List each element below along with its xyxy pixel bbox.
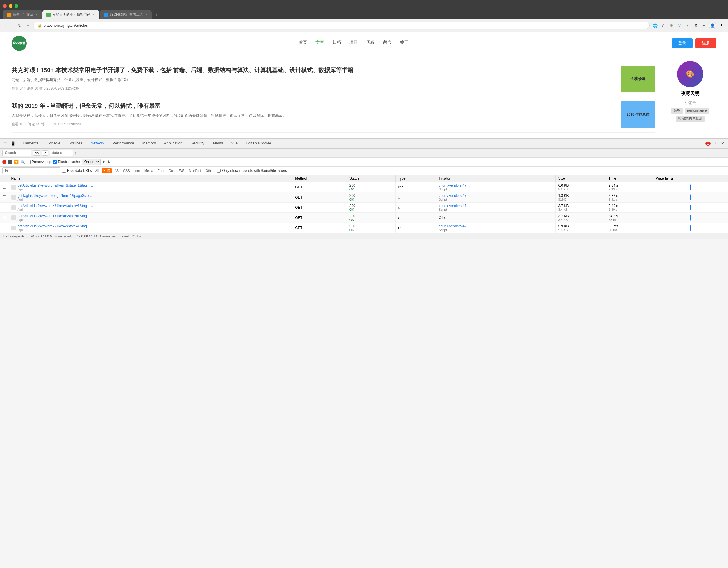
row-name[interactable]: getTagList?keyword=&pageNum=1&pageSize=1… (18, 193, 93, 198)
browser-tab-3[interactable]: JSON格式化查看工具 ✕ (100, 10, 152, 19)
row-checkbox-cell[interactable] (0, 182, 9, 192)
throttling-select[interactable]: Online (82, 159, 101, 165)
translate-icon[interactable]: 🌐 (652, 22, 658, 29)
tag-performance[interactable]: performance (685, 108, 709, 114)
same-site-label[interactable]: Only show requests with SameSite issues (217, 168, 287, 173)
col-header-initiator[interactable]: Initiator (436, 175, 556, 182)
tab-performance[interactable]: Performance (108, 139, 138, 148)
tag-licai[interactable]: 理财 (671, 108, 683, 114)
nav-item-comments[interactable]: 留言 (383, 40, 392, 47)
disable-cache-label[interactable]: Disable cache (53, 160, 80, 164)
case-sensitive-button[interactable]: Aa (33, 150, 40, 155)
inspect-icon[interactable]: ⬚ (2, 140, 9, 147)
forward-button[interactable]: › (10, 22, 15, 29)
table-row[interactable]: getArticleList?keyword=&likes=&state=1&t… (0, 213, 728, 223)
col-header-size[interactable]: Size (556, 175, 606, 182)
filter-manifest-btn[interactable]: Manifest (187, 168, 203, 173)
table-row[interactable]: getTagList?keyword=&pageNum=1&pageSize=1… (0, 192, 728, 202)
tab-vue[interactable]: Vue (227, 139, 242, 148)
nav-item-projects[interactable]: 项目 (349, 40, 358, 47)
nav-item-history[interactable]: 历程 (366, 40, 375, 47)
search-icon[interactable]: 🔍 (20, 160, 25, 164)
regex-button[interactable]: .* (42, 150, 48, 155)
extension-icon-5[interactable]: ✦ (701, 22, 707, 29)
extension-icon-3[interactable]: ● (684, 22, 691, 29)
record-button[interactable] (2, 160, 6, 164)
nav-item-home[interactable]: 首页 (299, 40, 307, 47)
filter-input[interactable] (2, 167, 60, 174)
col-header-status[interactable]: Status (347, 175, 395, 182)
browser-tab-2[interactable]: 夜尽天明的个人博客网站 ✕ (42, 10, 99, 19)
extension-icon-2[interactable]: V (676, 22, 683, 29)
tab-security[interactable]: Security (187, 139, 208, 148)
tab-close-2[interactable]: ✕ (92, 13, 95, 17)
article-title-1[interactable]: 共克时艰！150+ 本技术类常用电子书开源了，免费下载，包括 前端、后端、数据结… (12, 66, 615, 74)
devtools-search-input[interactable] (2, 150, 31, 156)
row-name[interactable]: getArticleList?keyword=&likes=&state=1&t… (18, 183, 93, 187)
tab-close-3[interactable]: ✕ (145, 13, 148, 17)
tab-editthiscookie[interactable]: EditThisCookie (242, 139, 275, 148)
filter-css-btn[interactable]: CSS (121, 168, 132, 173)
bookmark-icon[interactable]: ☆ (660, 22, 666, 29)
table-row[interactable]: getArticleList?keyword=&likes=&state=1&t… (0, 223, 728, 233)
filter-js-btn[interactable]: JS (113, 168, 120, 173)
col-header-type[interactable]: Type (395, 175, 436, 182)
up-arrow-icon[interactable]: ↑ (75, 151, 77, 155)
row-checkbox-cell[interactable] (0, 213, 9, 223)
tab-network[interactable]: Network (87, 139, 109, 148)
maximize-button[interactable] (15, 4, 18, 8)
hide-data-urls-checkbox[interactable] (62, 169, 66, 173)
row-name[interactable]: getArticleList?keyword=&likes=&state=1&t… (18, 224, 93, 228)
more-icon[interactable]: ⋮ (718, 22, 725, 29)
col-header-time[interactable]: Time (606, 175, 653, 182)
col-header-waterfall[interactable]: Waterfall ▲ (653, 175, 728, 182)
hide-data-urls-label[interactable]: Hide data URLs (62, 168, 92, 173)
tab-elements[interactable]: Elements (19, 139, 42, 148)
profile-icon[interactable]: 👤 (709, 22, 716, 29)
col-header-name[interactable]: Name (9, 175, 293, 182)
tab-memory[interactable]: Memory (138, 139, 160, 148)
row-checkbox[interactable] (3, 185, 6, 189)
filter-icon[interactable]: 🔽 (14, 160, 19, 164)
back-button[interactable]: ‹ (3, 22, 8, 29)
filter-media-btn[interactable]: Media (143, 168, 155, 173)
minimize-button[interactable] (9, 4, 12, 8)
filter-ws-btn[interactable]: WS (177, 168, 186, 173)
filter-img-btn[interactable]: Img (133, 168, 141, 173)
home-button[interactable]: ⌂ (25, 22, 31, 29)
filter-font-btn[interactable]: Font (156, 168, 166, 173)
export-icon[interactable]: ⬇ (107, 160, 110, 164)
tab-audits[interactable]: Audits (208, 139, 227, 148)
register-button[interactable]: 注册 (695, 38, 716, 48)
device-icon[interactable]: 📱 (10, 140, 16, 147)
import-icon[interactable]: ⬆ (102, 160, 105, 164)
filter-other-btn[interactable]: Other (204, 168, 216, 173)
nav-item-archive[interactable]: 归档 (332, 40, 341, 47)
nav-item-about[interactable]: 关于 (400, 40, 408, 47)
reload-button[interactable]: ↻ (17, 22, 23, 29)
table-row[interactable]: getArticleList?keyword=&likes=&state=1&t… (0, 182, 728, 192)
table-row[interactable]: getArticleList?keyword=&likes=&state=1&t… (0, 202, 728, 213)
tab-application[interactable]: Application (160, 139, 187, 148)
col-header-method[interactable]: Method (293, 175, 347, 182)
extension-icon-4[interactable]: ⚙ (693, 22, 699, 29)
tab-sources[interactable]: Sources (64, 139, 87, 148)
row-checkbox-cell[interactable] (0, 192, 9, 202)
row-name[interactable]: getArticleList?keyword=&likes=&state=1&t… (18, 214, 93, 218)
extension-icon-1[interactable]: ⚙ (668, 22, 675, 29)
row-name[interactable]: getArticleList?keyword=&likes=&state=1&t… (18, 204, 93, 208)
row-checkbox[interactable] (3, 205, 6, 209)
down-arrow-icon[interactable]: ↓ (77, 151, 79, 155)
preserve-log-label[interactable]: Preserve log (27, 160, 51, 164)
filter-xhr-btn[interactable]: XHR (102, 168, 112, 173)
row-checkbox-cell[interactable] (0, 223, 9, 233)
row-checkbox[interactable] (3, 226, 6, 229)
article-title-2[interactable]: 我的 2019 年 - 当勤精进，但念无常，何以解忧，唯有暴富 (12, 101, 615, 110)
tag-data-structure[interactable]: 数据结构与算法 (676, 116, 705, 122)
nav-item-articles[interactable]: 文章 (315, 40, 324, 47)
close-button[interactable] (3, 4, 7, 8)
data-attr-input[interactable] (50, 150, 73, 156)
same-site-checkbox[interactable] (217, 169, 221, 173)
more-options-icon[interactable]: ⋮ (712, 140, 718, 147)
tab-close-1[interactable]: ✕ (35, 13, 38, 17)
